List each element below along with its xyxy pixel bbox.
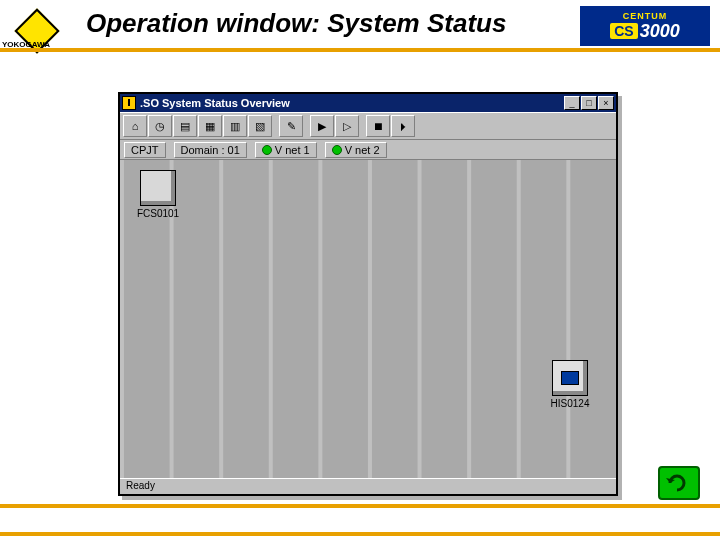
vnet1-status-icon — [262, 145, 272, 155]
toolbar-play-icon[interactable]: ▶ — [310, 115, 334, 137]
return-button[interactable] — [658, 466, 700, 500]
toolbar-view2-icon[interactable]: ▧ — [248, 115, 272, 137]
info-bar: CPJT Domain : 01 V net 1 V net 2 — [120, 140, 616, 160]
node-fcs0101[interactable]: FCS0101 — [128, 170, 188, 219]
project-field: CPJT — [124, 142, 166, 158]
divider-top — [0, 48, 720, 52]
vnet2-status-icon — [332, 145, 342, 155]
brand-cs: CS — [610, 23, 637, 39]
status-bar: Ready — [120, 478, 616, 494]
vnet1-label: V net 1 — [275, 144, 310, 156]
toolbar-stop-icon[interactable]: ⏹ — [366, 115, 390, 137]
node-canvas[interactable]: FCS0101 HIS0124 — [120, 160, 616, 480]
window-titlebar[interactable]: .SO System Status Overview _ □ × — [120, 94, 616, 112]
toolbar-edit-icon[interactable]: ✎ — [279, 115, 303, 137]
toolbar-run-icon[interactable]: ⏵ — [391, 115, 415, 137]
minimize-button[interactable]: _ — [564, 96, 580, 110]
divider-bottom-2 — [0, 532, 720, 536]
toolbar: ⌂ ◷ ▤ ▦ ▥ ▧ ✎ ▶ ▷ ⏹ ⏵ — [120, 112, 616, 140]
divider-bottom — [0, 504, 720, 508]
vnet2-label: V net 2 — [345, 144, 380, 156]
system-status-window: .SO System Status Overview _ □ × ⌂ ◷ ▤ ▦… — [118, 92, 618, 496]
return-icon — [666, 472, 692, 494]
brand-top: CENTUM — [623, 11, 668, 21]
node-his0124[interactable]: HIS0124 — [540, 360, 600, 409]
status-text: Ready — [126, 480, 155, 491]
fcs-label: FCS0101 — [128, 208, 188, 219]
his-label: HIS0124 — [540, 398, 600, 409]
vnet1-field: V net 1 — [255, 142, 317, 158]
brand-num: 3000 — [640, 21, 680, 42]
slide-title: Operation window: System Status — [86, 8, 506, 39]
brand-badge: CENTUM CS 3000 — [580, 6, 710, 46]
toolbar-play2-icon[interactable]: ▷ — [335, 115, 359, 137]
vnet2-field: V net 2 — [325, 142, 387, 158]
his-icon — [552, 360, 588, 396]
toolbar-view1-icon[interactable]: ▥ — [223, 115, 247, 137]
toolbar-home-icon[interactable]: ⌂ — [123, 115, 147, 137]
toolbar-clock-icon[interactable]: ◷ — [148, 115, 172, 137]
window-title: .SO System Status Overview — [140, 97, 564, 109]
close-button[interactable]: × — [598, 96, 614, 110]
canvas-grid — [120, 160, 616, 480]
toolbar-list-icon[interactable]: ▤ — [173, 115, 197, 137]
toolbar-grid-icon[interactable]: ▦ — [198, 115, 222, 137]
fcs-icon — [140, 170, 176, 206]
domain-field: Domain : 01 — [174, 142, 247, 158]
maximize-button[interactable]: □ — [581, 96, 597, 110]
window-icon — [122, 96, 136, 110]
